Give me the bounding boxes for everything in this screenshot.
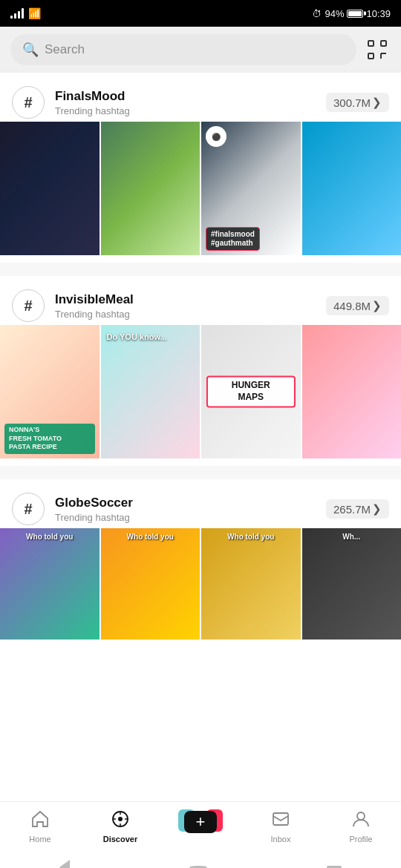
who-overlay-2: Who told you bbox=[104, 533, 198, 541]
tag-sub-invisiblemeal: Trending hashtag bbox=[55, 309, 134, 320]
nav-items: Home Discover + bbox=[0, 802, 401, 855]
hashtag-row-invisiblemeal: # InvisibleMeal Trending hashtag 449.8M … bbox=[0, 276, 401, 325]
plus-icon: + bbox=[196, 812, 206, 832]
back-button[interactable] bbox=[59, 860, 70, 868]
who-overlay-3: Who told you bbox=[204, 533, 298, 541]
tag-sub-globesoccer: Trending hashtag bbox=[55, 512, 133, 523]
svg-rect-1 bbox=[381, 41, 386, 46]
video-thumb[interactable]: NONNA'SFRESH TOMATOPASTA RECIPE bbox=[0, 325, 100, 458]
content-area: # FinalsMood Trending hashtag 300.7M ❯ ⚫… bbox=[0, 73, 401, 721]
hash-icon-invisiblemeal: # bbox=[12, 289, 45, 322]
hash-icon-finalsmood: # bbox=[12, 86, 45, 119]
clock-time: 10:39 bbox=[366, 8, 391, 19]
hashtag-overlay: #finalsmood #gauthmath bbox=[206, 227, 260, 251]
recipe-overlay: NONNA'SFRESH TOMATOPASTA RECIPE bbox=[4, 424, 95, 454]
nav-item-inbox[interactable]: Inbox bbox=[241, 809, 321, 844]
svg-rect-2 bbox=[368, 53, 374, 59]
hashtag-row-globesoccer: # GlobeSoccer Trending hashtag 265.7M ❯ bbox=[0, 479, 401, 528]
bottom-nav: Home Discover + bbox=[0, 801, 401, 868]
status-left: 📶 bbox=[10, 7, 41, 19]
overlay-tag-line1: #finalsmood bbox=[211, 230, 255, 239]
status-right: ⏱ 94% 10:39 bbox=[312, 8, 391, 19]
profile-icon bbox=[351, 809, 371, 832]
home-icon bbox=[30, 809, 50, 832]
tag-sub-finalsmood: Trending hashtag bbox=[55, 105, 130, 116]
signal-icon bbox=[10, 8, 24, 19]
who-overlay-4: Wh... bbox=[305, 533, 399, 541]
inbox-label: Inbox bbox=[271, 835, 291, 844]
video-thumb[interactable]: Wh... bbox=[302, 528, 402, 640]
video-overlay-finalsmood: #finalsmood #gauthmath bbox=[206, 227, 296, 251]
video-grid-invisiblemeal: NONNA'SFRESH TOMATOPASTA RECIPE Do YOU k… bbox=[0, 325, 401, 466]
hashtag-info-globesoccer: GlobeSoccer Trending hashtag bbox=[55, 496, 133, 523]
nav-item-home[interactable]: Home bbox=[0, 809, 80, 844]
hunger-maps-overlay: HUNGERMAPS bbox=[206, 375, 296, 407]
video-thumb[interactable]: HUNGERMAPS bbox=[201, 325, 301, 458]
wifi-icon: 📶 bbox=[28, 7, 41, 19]
nav-item-profile[interactable]: Profile bbox=[321, 809, 401, 844]
who-overlay-1: Who told you bbox=[3, 533, 97, 541]
home-label: Home bbox=[29, 835, 50, 844]
video-thumb[interactable] bbox=[302, 122, 402, 255]
video-grid-globesoccer: Who told you Who told you Who told you W… bbox=[0, 528, 401, 647]
section-gap-2 bbox=[0, 466, 401, 479]
video-thumb[interactable]: Who told you bbox=[201, 528, 301, 640]
plus-button-inner: + bbox=[184, 811, 217, 833]
nav-item-discover[interactable]: Discover bbox=[80, 809, 160, 844]
hashtag-row-finalsmood: # FinalsMood Trending hashtag 300.7M ❯ bbox=[0, 73, 401, 122]
video-overlay-recipe: NONNA'SFRESH TOMATOPASTA RECIPE bbox=[4, 424, 95, 454]
hashtag-left: # GlobeSoccer Trending hashtag bbox=[12, 493, 133, 525]
svg-rect-11 bbox=[273, 813, 288, 825]
profile-label: Profile bbox=[349, 835, 372, 844]
tag-count-globesoccer[interactable]: 265.7M ❯ bbox=[326, 499, 389, 519]
hashtag-left: # FinalsMood Trending hashtag bbox=[12, 86, 130, 119]
video-thumb[interactable]: Do YOU know... bbox=[101, 325, 200, 458]
inbox-icon bbox=[271, 809, 290, 832]
svg-point-12 bbox=[357, 812, 365, 820]
section-gap bbox=[0, 263, 401, 276]
gesture-bar bbox=[0, 855, 401, 868]
search-input-wrap[interactable]: 🔍 Search bbox=[10, 34, 356, 65]
search-bar: 🔍 Search bbox=[0, 27, 401, 73]
hashtag-left: # InvisibleMeal Trending hashtag bbox=[12, 289, 134, 322]
scan-icon[interactable] bbox=[364, 36, 391, 63]
tag-name-globesoccer[interactable]: GlobeSoccer bbox=[55, 496, 133, 510]
svg-rect-0 bbox=[368, 41, 374, 46]
battery-icon bbox=[347, 10, 363, 18]
video-thumb[interactable] bbox=[0, 122, 100, 255]
video-thumb[interactable] bbox=[302, 325, 402, 458]
tag-count-invisiblemeal[interactable]: 449.8M ❯ bbox=[326, 296, 389, 315]
search-icon: 🔍 bbox=[22, 42, 39, 58]
video-thumb[interactable]: Who told you bbox=[101, 528, 200, 640]
status-bar: 📶 ⏱ 94% 10:39 bbox=[0, 0, 401, 27]
discover-icon bbox=[111, 809, 130, 832]
hashtag-info-invisiblemeal: InvisibleMeal Trending hashtag bbox=[55, 292, 134, 320]
video-grid-finalsmood: ⚫ #finalsmood #gauthmath bbox=[0, 122, 401, 263]
tag-name-invisiblemeal[interactable]: InvisibleMeal bbox=[55, 292, 134, 307]
hashtag-info-finalsmood: FinalsMood Trending hashtag bbox=[55, 89, 130, 116]
hash-icon-globesoccer: # bbox=[12, 493, 45, 525]
svg-point-6 bbox=[118, 817, 123, 821]
nav-item-create[interactable]: + bbox=[160, 809, 241, 835]
tag-count-finalsmood[interactable]: 300.7M ❯ bbox=[326, 93, 389, 112]
tag-name-finalsmood[interactable]: FinalsMood bbox=[55, 89, 130, 104]
video-thumb[interactable]: ⚫ #finalsmood #gauthmath bbox=[201, 122, 301, 255]
video-thumb[interactable]: Who told you bbox=[0, 528, 100, 640]
battery-percent: 94% bbox=[325, 8, 344, 19]
video-thumb[interactable] bbox=[101, 122, 200, 255]
overlay-tag-line2: #gauthmath bbox=[211, 239, 255, 248]
search-placeholder: Search bbox=[45, 42, 85, 57]
discover-label: Discover bbox=[103, 835, 137, 844]
tiktok-logo: ⚫ bbox=[206, 126, 226, 147]
do-you-know-overlay: Do YOU know... bbox=[107, 332, 167, 341]
alarm-icon: ⏱ bbox=[312, 8, 322, 19]
create-button[interactable]: + bbox=[182, 809, 219, 835]
